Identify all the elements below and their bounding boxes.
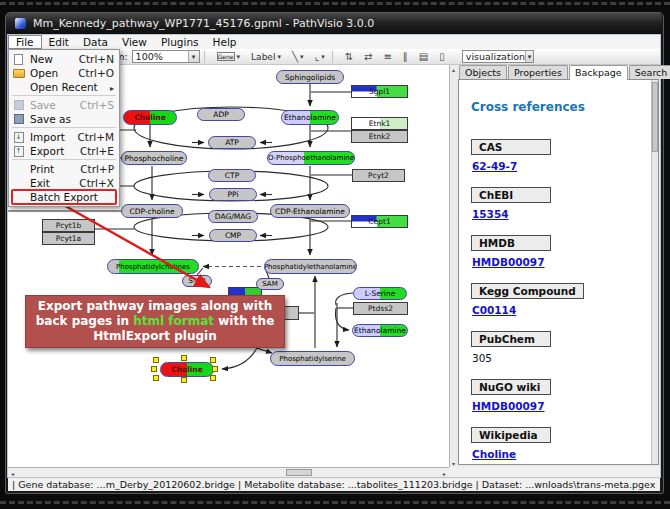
genebox-cept1[interactable]: Cept1 — [351, 215, 408, 228]
node-o-phosphoethanolamine[interactable]: O-Phosphoethanolamine — [267, 151, 355, 165]
scroll-right-icon[interactable]: ▸ — [440, 469, 449, 477]
genebox-sgpl1[interactable]: Sgpl1 — [351, 85, 408, 98]
menu-item-print[interactable]: Print Ctrl+P — [9, 162, 119, 176]
node-phosphatidylcholines[interactable]: Phosphatidylcholines — [107, 259, 199, 274]
node-l-serine[interactable]: L-Serine — [353, 287, 407, 300]
line-tool-button[interactable]: ╲ — [289, 50, 307, 64]
selection-handle[interactable] — [151, 366, 157, 372]
menu-file[interactable]: File — [8, 35, 42, 49]
node-cdp-choline[interactable]: CDP-choline — [121, 204, 183, 218]
align-vertical-icon: ⇅ — [345, 51, 353, 62]
scroll-down-icon[interactable]: ▾ — [450, 459, 457, 467]
node-adp[interactable]: ADP — [197, 108, 245, 121]
scroll-up-icon[interactable]: ▴ — [450, 65, 457, 73]
crossref-link[interactable]: Choline — [472, 448, 516, 460]
crossref-link[interactable]: HMDB00097 — [472, 256, 545, 268]
canvas-vertical-scrollbar[interactable]: ▴ ▾ — [449, 65, 457, 467]
node-sphingolipids[interactable]: Sphingolipids — [276, 70, 344, 84]
node-phosphocholine[interactable]: Phosphocholine — [121, 151, 187, 165]
elbow-connector-icon: ⌞ — [314, 51, 319, 62]
node-ppi[interactable]: PPi — [209, 188, 257, 201]
node-ctp[interactable]: CTP — [208, 169, 256, 182]
node-choline-selected[interactable]: Choline — [160, 362, 214, 377]
line-icon: ╲ — [292, 51, 298, 62]
node-phosphatidylserine[interactable]: Phosphatidylserine — [270, 351, 355, 366]
tab-backpage[interactable]: Backpage — [569, 65, 628, 80]
tab-properties[interactable]: Properties — [508, 65, 568, 79]
menu-data[interactable]: Data — [76, 35, 115, 49]
gene-node-icon: Gene — [217, 52, 235, 61]
selection-handle[interactable] — [181, 355, 187, 361]
gene-tool-button[interactable]: Gene — [214, 50, 244, 64]
label-tool-button[interactable]: Label — [248, 50, 284, 64]
node-cdp-ethanolamine[interactable]: CDP-Ethanolamine — [270, 204, 350, 218]
menu-view[interactable]: View — [115, 35, 154, 49]
canvas-horizontal-scrollbar[interactable]: ◂ ▸ — [8, 467, 449, 477]
crossref-link[interactable]: C00114 — [472, 304, 516, 316]
panel-scrollbar-thumb[interactable] — [652, 82, 658, 152]
menu-item-new[interactable]: New Ctrl+N — [9, 52, 119, 66]
print-preview-button[interactable]: ▤ — [416, 50, 431, 64]
menu-item-exit[interactable]: Exit Ctrl+X — [9, 176, 119, 190]
menu-plugins[interactable]: Plugins — [154, 35, 206, 49]
node-sah[interactable]: S-AH — [182, 275, 212, 287]
callout-highlight: html format — [133, 314, 214, 328]
node-ethanolamine-2[interactable]: Ethanolamine — [352, 324, 408, 337]
menu-item-export[interactable]: Export Ctrl+E — [9, 144, 119, 158]
selection-handle[interactable] — [153, 357, 159, 363]
genebox-etnk1[interactable]: Etnk1 — [351, 117, 408, 130]
annotation-callout: Export pathway images along with back pa… — [25, 295, 285, 348]
genebox-pcyt1b[interactable]: Pcyt1b — [42, 219, 95, 232]
menu-item-open[interactable]: Open Ctrl+O — [9, 66, 119, 80]
selection-handle[interactable] — [212, 366, 218, 372]
zoom-combobox[interactable]: 100% — [132, 50, 200, 63]
save-as-disk-icon — [14, 114, 24, 124]
selection-handle[interactable] — [153, 375, 159, 381]
horizontal-scrollbar-thumb[interactable] — [286, 469, 312, 476]
genebox-pcyt1a[interactable]: Pcyt1a — [42, 232, 95, 245]
menu-item-open-recent[interactable]: Open Recent — [9, 80, 119, 94]
genebox-hidden-partial[interactable] — [283, 306, 299, 320]
menu-item-import[interactable]: Import Ctrl+M — [9, 130, 119, 144]
crossref-link[interactable]: 62-49-7 — [472, 160, 517, 172]
crossref-link[interactable]: 15354 — [472, 208, 509, 220]
align-horizontal-center-button[interactable]: ⇄ — [361, 50, 375, 64]
connector-tool-button[interactable]: ⌞ — [311, 50, 327, 64]
genebox-ptdss2[interactable]: Ptdss2 — [353, 302, 408, 315]
align-vertical-center-button[interactable]: ⇅ — [342, 50, 356, 64]
node-dag-mag[interactable]: DAG/MAG — [208, 210, 258, 223]
crossref-source: Kegg Compound — [471, 283, 584, 299]
node-sam[interactable]: SAM — [256, 278, 284, 290]
crossref-source: NuGO wiki — [471, 379, 551, 395]
selection-handle[interactable] — [210, 357, 216, 363]
menu-help[interactable]: Help — [206, 35, 244, 49]
menu-separator — [9, 126, 119, 130]
menubar: File Edit Data View Plugins Help — [8, 35, 660, 49]
zoom-dropdown-icon[interactable] — [188, 51, 199, 62]
menu-separator — [9, 158, 119, 162]
distribute-horizontal-button[interactable]: ≡ — [380, 50, 394, 64]
selection-handle[interactable] — [210, 375, 216, 381]
menu-edit[interactable]: Edit — [42, 35, 76, 49]
genebox-pcyt2[interactable]: Pcyt2 — [352, 169, 405, 182]
menu-item-save[interactable]: Save Ctrl+S — [9, 98, 119, 112]
crossref-section-cas: CAS 62-49-7 — [471, 136, 644, 172]
tab-objects[interactable]: Objects — [459, 65, 507, 79]
node-cmp[interactable]: CMP — [209, 229, 257, 242]
visualization-dropdown-icon[interactable] — [525, 51, 533, 62]
crossref-link[interactable]: HMDB00097 — [472, 400, 545, 412]
genebox-etnk2[interactable]: Etnk2 — [351, 130, 408, 143]
menu-item-save-as[interactable]: Save as — [9, 112, 119, 126]
titlebar[interactable]: Mm_Kennedy_pathway_WP1771_45176.gpml - P… — [6, 13, 662, 34]
scroll-left-icon[interactable]: ◂ — [8, 469, 17, 477]
node-phosphatidylethanolamine[interactable]: Phosphatidylethanolamine — [264, 259, 357, 274]
node-atp[interactable]: ATP — [208, 136, 256, 149]
distribute-vertical-button[interactable]: ∥ — [400, 50, 411, 64]
panel-vertical-scrollbar[interactable] — [651, 80, 658, 464]
page-layout-button[interactable]: ▯ — [436, 50, 448, 64]
tab-search[interactable]: Search — [629, 65, 670, 79]
selection-handle[interactable] — [181, 377, 187, 383]
visualization-combobox[interactable]: visualization — [462, 50, 534, 63]
node-ethanolamine[interactable]: Ethanolamine — [281, 110, 339, 125]
node-choline[interactable]: Choline — [123, 110, 177, 125]
